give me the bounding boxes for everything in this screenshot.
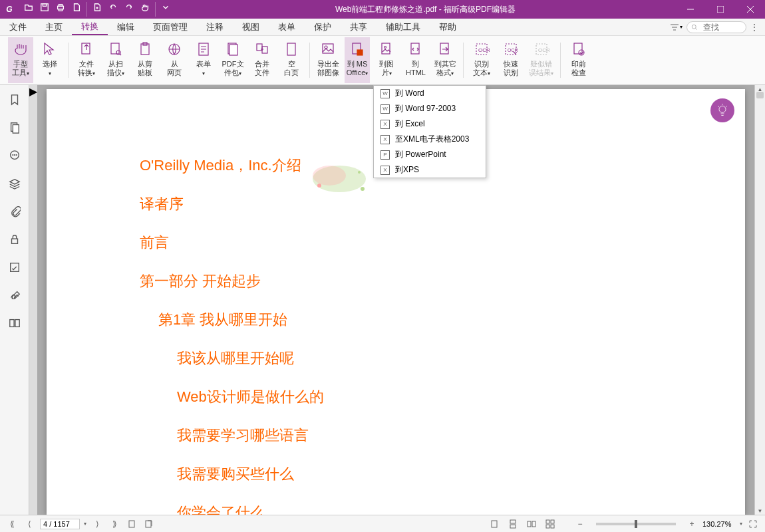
sidebar-attachment-button[interactable] [7, 203, 23, 219]
menu-item-2[interactable]: 转换 [72, 19, 108, 35]
ocr-error-icon: OCR [532, 40, 551, 59]
document-viewport[interactable]: O'Reilly Media，Inc.介绍译者序前言第一部分 开始起步第1章 我… [37, 85, 754, 515]
zoom-out-button[interactable]: − [573, 517, 587, 531]
ms-office-dropdown: W到 WordW到 Word 97-2003X到 ExcelX至XML电子表格2… [373, 85, 486, 178]
ribbon-to-html-button[interactable]: 到 HTML [403, 37, 428, 83]
qat-save-icon[interactable] [37, 0, 52, 15]
ribbon-to-image-button[interactable]: 到图 片▾ [374, 37, 399, 83]
dropdown-item[interactable]: P到 PowerPoint [374, 147, 486, 162]
ribbon-label: 导出全 部图像 [317, 60, 339, 77]
sidebar-pages-button[interactable] [7, 120, 23, 136]
ocr-quick-icon: OCR [502, 40, 520, 59]
sidebar-sign-panel-button[interactable] [7, 287, 23, 303]
menu-item-11[interactable]: 帮助 [430, 19, 466, 35]
svg-rect-55 [510, 525, 516, 528]
sidebar-expand-button[interactable]: ▶ [29, 85, 37, 515]
status-bar: ⟪ ⟨ ▾ ⟩ ⟫ − + 130.27% ▾ [0, 515, 765, 532]
ribbon-package-button[interactable]: PDF文 件包▾ [220, 37, 245, 83]
svg-text:OCR: OCR [478, 47, 490, 53]
dropdown-item[interactable]: X到XPS [374, 162, 486, 178]
sidebar-comment-button[interactable] [7, 148, 23, 164]
ribbon-ocr-button[interactable]: OCR识别 文本▾ [469, 37, 494, 83]
qat-open-icon[interactable] [21, 0, 36, 15]
minimize-button[interactable] [675, 0, 705, 19]
sidebar-layers-button[interactable] [7, 176, 23, 192]
sidebar-compare-button[interactable] [7, 315, 23, 331]
ribbon-web-button[interactable]: 从 网页 [162, 37, 187, 83]
prev-page-button[interactable]: ⟨ [23, 517, 36, 531]
ribbon-export-img-button[interactable]: 导出全 部图像 [315, 37, 341, 83]
first-page-button[interactable]: ⟪ [5, 517, 19, 531]
dropdown-item[interactable]: W到 Word [374, 86, 486, 101]
ribbon-select-button[interactable]: 选择 ▾ [37, 37, 63, 83]
menu-item-3[interactable]: 编辑 [108, 19, 144, 35]
sidebar-signature-button[interactable] [7, 259, 23, 275]
menu-item-1[interactable]: 主页 [36, 19, 72, 35]
dropdown-item[interactable]: W到 Word 97-2003 [374, 101, 486, 116]
menu-more-icon[interactable]: ⋮ [746, 19, 762, 35]
menu-sort-icon[interactable]: ▾ [668, 19, 684, 35]
view-continuous-icon[interactable] [506, 517, 520, 531]
scroll-thumb[interactable] [756, 92, 764, 98]
menu-item-5[interactable]: 注释 [197, 19, 233, 35]
help-bulb-button[interactable] [710, 98, 734, 122]
scroll-down-icon[interactable]: ▼ [755, 507, 765, 515]
vertical-scrollbar[interactable]: ▲ ▼ [754, 85, 765, 515]
view-facing-icon[interactable] [524, 517, 539, 531]
sidebar-security-button[interactable] [7, 231, 23, 247]
menu-item-6[interactable]: 视图 [233, 19, 269, 35]
ribbon-clipboard-button[interactable]: 从剪 贴板 [132, 37, 158, 83]
fullscreen-button[interactable] [746, 517, 760, 531]
ribbon-label: 疑似错 误结果▾ [529, 60, 553, 78]
nav-doc1-icon[interactable] [125, 517, 138, 531]
svg-point-47 [317, 184, 321, 188]
svg-rect-18 [287, 43, 295, 55]
page-number-input[interactable] [40, 519, 80, 529]
menu-item-4[interactable]: 页面管理 [144, 19, 197, 35]
qat-customize-icon[interactable] [158, 0, 173, 15]
dropdown-item[interactable]: X至XML电子表格2003 [374, 132, 486, 147]
last-page-button[interactable]: ⟫ [108, 517, 121, 531]
ribbon-toolbar: 手型 工具▾选择 ▾文件 转换▾从扫 描仪▾从剪 贴板从 网页表单 ▾PDF文 … [0, 36, 765, 85]
sidebar-bookmark-button[interactable] [7, 92, 23, 108]
ribbon-to-other-button[interactable]: 到其它 格式▾ [432, 37, 458, 83]
dropdown-item-label: 到 Word 97-2003 [395, 103, 456, 114]
qat-new-icon[interactable] [69, 0, 84, 15]
qat-print-icon[interactable] [53, 0, 68, 15]
svg-point-39 [14, 155, 15, 156]
menu-item-7[interactable]: 表单 [269, 19, 305, 35]
dropdown-item-label: 至XML电子表格2003 [395, 134, 469, 145]
ribbon-blank-button[interactable]: 空 白页 [279, 37, 304, 83]
menu-item-9[interactable]: 共享 [341, 19, 377, 35]
ribbon-label: 从扫 描仪▾ [107, 60, 124, 78]
scanner-icon [106, 40, 125, 59]
zoom-in-button[interactable]: + [685, 517, 698, 531]
ribbon-label: 到 MS Office▾ [347, 60, 369, 78]
ribbon-ocr-quick-button[interactable]: OCR快速 识别 [498, 37, 524, 83]
view-facing-cont-icon[interactable] [543, 517, 557, 531]
next-page-button[interactable]: ⟩ [90, 517, 104, 531]
qat-new2-icon[interactable] [90, 0, 104, 15]
menu-item-8[interactable]: 保护 [305, 19, 341, 35]
ribbon-label: PDF文 件包▾ [222, 60, 244, 78]
ribbon-file-convert-button[interactable]: 文件 转换▾ [74, 37, 99, 83]
ribbon-ms-office-button[interactable]: 到 MS Office▾ [345, 37, 370, 83]
ribbon-preflight-button[interactable]: 印前 检查 [566, 37, 591, 83]
window-title: Web前端工程师修炼之道.pdf - 福昕高级PDF编辑器 [176, 4, 675, 15]
close-button[interactable] [735, 0, 765, 19]
maximize-button[interactable] [705, 0, 735, 19]
menu-item-0[interactable]: 文件 [0, 19, 36, 35]
to-image-icon [377, 40, 396, 59]
ribbon-merge-button[interactable]: 合并 文件 [249, 37, 275, 83]
dropdown-item[interactable]: X到 Excel [374, 116, 486, 132]
ribbon-hand-button[interactable]: 手型 工具▾ [8, 37, 33, 83]
nav-doc2-icon[interactable] [142, 517, 156, 531]
ribbon-form-button[interactable]: 表单 ▾ [191, 37, 216, 83]
qat-hand-icon[interactable] [138, 0, 152, 15]
menu-item-10[interactable]: 辅助工具 [377, 19, 430, 35]
qat-undo-icon[interactable] [106, 0, 120, 15]
zoom-slider[interactable] [596, 523, 676, 525]
qat-redo-icon[interactable] [122, 0, 136, 15]
view-single-icon[interactable] [487, 517, 502, 531]
ribbon-scanner-button[interactable]: 从扫 描仪▾ [103, 37, 128, 83]
